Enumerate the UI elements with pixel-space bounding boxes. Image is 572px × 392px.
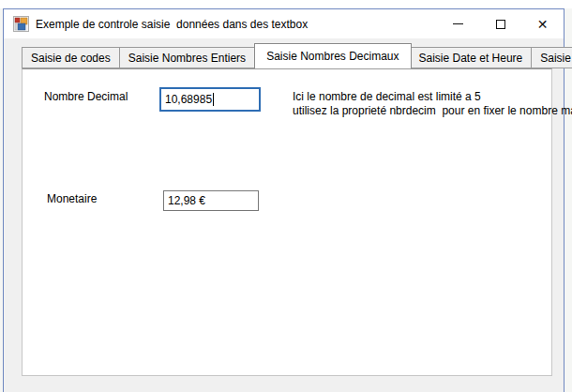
minimize-icon — [453, 23, 463, 24]
tab-saisie-nombres-entiers[interactable]: Saisie Nombres Entiers — [120, 47, 255, 68]
tab-saisie-email[interactable]: Saisie Email — [532, 47, 572, 68]
tab-saisie-date-et-heure[interactable]: Saisie Date et Heure — [411, 47, 533, 68]
tab-saisie-nombres-decimaux[interactable]: Saisie Nombres Decimaux — [254, 43, 411, 68]
close-button[interactable]: ✕ — [521, 9, 564, 38]
decimal-textbox-value: 10,68985 — [165, 93, 212, 106]
maximize-button[interactable] — [479, 9, 521, 38]
minimize-button[interactable] — [437, 9, 479, 38]
decimal-textbox[interactable]: 10,68985 — [159, 87, 261, 112]
title-bar[interactable]: Exemple de controle saisie données dans … — [4, 9, 564, 38]
desktop-background — [0, 0, 572, 8]
monetary-textbox[interactable]: 12,98 € — [163, 190, 259, 211]
caption-button-group: ✕ — [437, 9, 564, 38]
close-icon: ✕ — [537, 18, 549, 31]
decimal-hint-line2: utilisez la proprieté nbrdecim pour en f… — [293, 104, 572, 117]
tab-control: Saisie de codes Saisie Nombres Entiers S… — [22, 47, 552, 384]
tab-saisie-de-codes[interactable]: Saisie de codes — [22, 47, 120, 68]
monetary-textbox-value: 12,98 € — [168, 194, 205, 207]
tab-strip: Saisie de codes Saisie Nombres Entiers S… — [22, 47, 552, 68]
window-title: Exemple de controle saisie données dans … — [36, 18, 308, 31]
decimal-label: Nombre Decimal — [44, 90, 128, 103]
tab-page-decimaux: Nombre Decimal 10,68985 Ici le nombre de… — [22, 68, 552, 376]
winforms-app-icon — [13, 16, 29, 32]
maximize-icon — [496, 20, 505, 29]
monetary-label: Monetaire — [47, 192, 97, 205]
decimal-hint-line1: Ici le nombre de decimal est limité a 5 — [293, 90, 481, 103]
text-caret — [213, 93, 214, 106]
app-window: Exemple de controle saisie données dans … — [3, 8, 564, 392]
